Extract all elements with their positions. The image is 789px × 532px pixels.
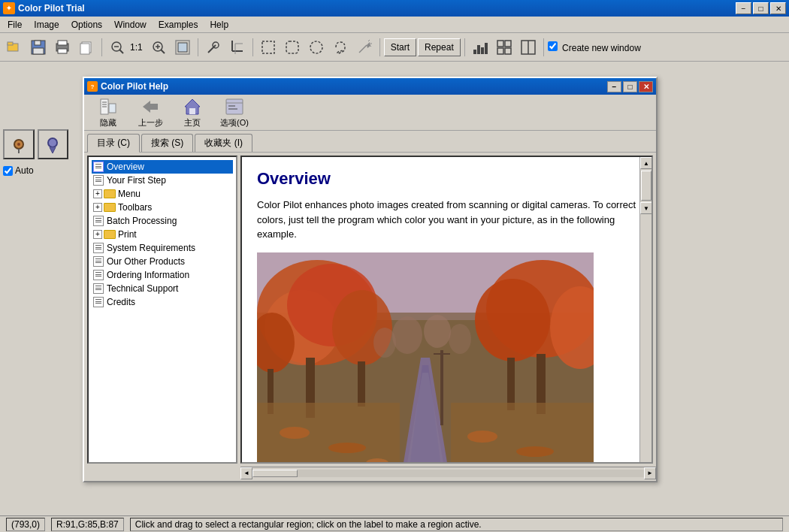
start-button[interactable]: Start <box>384 38 416 56</box>
toc-item-print[interactable]: + Print <box>92 228 233 241</box>
toc-label-menu: Menu <box>118 189 141 199</box>
menu-options[interactable]: Options <box>65 18 108 32</box>
select-lasso-button[interactable] <box>329 37 352 58</box>
svg-point-84 <box>467 431 497 443</box>
create-new-window-checkbox-label[interactable]: Create new window <box>548 41 641 53</box>
toc-label-print: Print <box>118 229 137 240</box>
back-tool-button[interactable]: 上一步 <box>132 96 168 128</box>
open-button[interactable] <box>3 37 26 58</box>
toc-item-first-step[interactable]: Your First Step <box>92 174 233 187</box>
toc-item-overview[interactable]: Overview <box>92 160 233 174</box>
toc-item-batch[interactable]: Batch Processing <box>92 214 233 228</box>
svg-line-12 <box>119 50 123 53</box>
create-new-window-checkbox[interactable] <box>548 41 558 51</box>
menu-examples[interactable]: Examples <box>153 18 204 32</box>
hscroll-left-button[interactable]: ◄ <box>240 467 252 479</box>
menu-bar: File Image Options Window Examples Help <box>0 17 789 33</box>
content-panel[interactable]: Overview Color Pilot enhances photo imag… <box>240 156 653 464</box>
svg-point-88 <box>424 315 451 348</box>
app-title: Color Pilot Trial <box>18 3 85 14</box>
grid-button[interactable] <box>493 37 515 58</box>
dialog-icon: ? <box>87 81 98 92</box>
close-button[interactable]: ✕ <box>770 2 786 14</box>
copy-button[interactable] <box>75 37 98 58</box>
crop-button[interactable] <box>226 37 249 58</box>
toc-item-other[interactable]: Our Other Products <box>92 255 233 268</box>
toc-panel[interactable]: Overview Your First Step + Menu + <box>87 156 237 464</box>
home-tool-button[interactable]: 主页 <box>174 96 210 128</box>
scroll-thumb[interactable] <box>641 171 651 201</box>
svg-point-45 <box>17 143 20 146</box>
hscroll-track[interactable] <box>252 470 644 477</box>
separator-1 <box>101 38 102 56</box>
repeat-button[interactable]: Repeat <box>418 38 461 56</box>
paint-tool-button[interactable] <box>3 129 35 159</box>
toc-expand-toolbars[interactable]: + <box>93 203 102 212</box>
svg-rect-3 <box>35 41 41 45</box>
svg-line-32 <box>370 45 371 47</box>
print-button[interactable] <box>51 37 74 58</box>
dialog-body: Overview Your First Step + Menu + <box>84 153 656 467</box>
scroll-track[interactable] <box>640 171 651 201</box>
dialog-minimize-button[interactable]: − <box>607 81 621 92</box>
svg-point-27 <box>310 41 322 53</box>
fit-button[interactable] <box>171 37 194 58</box>
zoom-out-button[interactable] <box>106 37 128 58</box>
auto-checkbox[interactable] <box>3 166 13 176</box>
scroll-down-button[interactable]: ▼ <box>640 202 652 214</box>
toc-item-toolbars[interactable]: + Toolbars <box>92 201 233 214</box>
select-rounded-button[interactable] <box>281 37 304 58</box>
toc-page-icon-overview <box>93 162 104 172</box>
toc-page-icon-sysreq <box>93 243 104 253</box>
save-button[interactable] <box>27 37 50 58</box>
tab-toc[interactable]: 目录 (C) <box>87 134 140 153</box>
svg-rect-51 <box>109 104 116 113</box>
select-rect-button[interactable] <box>257 37 280 58</box>
toc-item-support[interactable]: Technical Support <box>92 282 233 295</box>
svg-rect-36 <box>485 43 488 54</box>
svg-point-46 <box>48 138 57 147</box>
menu-help[interactable]: Help <box>204 18 234 32</box>
content-title: Overview <box>257 169 636 189</box>
toc-item-credits[interactable]: Credits <box>92 295 233 309</box>
toc-item-sysreq[interactable]: System Requirements <box>92 241 233 255</box>
toc-page-icon-first-step <box>93 175 104 186</box>
hscroll-right-button[interactable]: ► <box>644 467 656 479</box>
split-button[interactable] <box>517 37 540 58</box>
toc-item-ordering[interactable]: Ordering Information <box>92 268 233 282</box>
toc-item-menu[interactable]: + Menu <box>92 187 233 201</box>
svg-rect-34 <box>477 45 480 54</box>
content-scrollbar[interactable]: ▲ ▼ <box>639 157 651 462</box>
hist-button[interactable] <box>469 37 491 58</box>
auto-checkbox-area[interactable]: Auto <box>3 165 68 176</box>
tab-search[interactable]: 搜索 (S) <box>141 134 193 152</box>
menu-image[interactable]: Image <box>28 18 65 32</box>
svg-rect-9 <box>80 44 89 54</box>
menu-file[interactable]: File <box>2 18 28 32</box>
minimize-button[interactable]: − <box>736 2 751 14</box>
dialog-maximize-button[interactable]: □ <box>623 81 637 92</box>
select-ellipse-button[interactable] <box>305 37 328 58</box>
select-magic-button[interactable] <box>353 37 376 58</box>
hscroll-thumb[interactable] <box>252 470 298 477</box>
tab-favorites[interactable]: 收藏夹 (I) <box>195 134 252 152</box>
zoom-in-button[interactable] <box>147 37 170 58</box>
dialog-hscroll[interactable]: ◄ ► <box>240 467 656 479</box>
options-tool-button[interactable]: 选项(O) <box>216 96 252 128</box>
toc-folder-icon-print <box>104 230 116 239</box>
hide-tool-button[interactable]: 隐藏 <box>90 96 126 128</box>
svg-point-77 <box>475 279 550 361</box>
home-icon <box>182 96 203 117</box>
maximize-button[interactable]: □ <box>753 2 769 14</box>
dialog-close-button[interactable]: ✕ <box>639 81 653 92</box>
tool2-button[interactable] <box>38 129 69 159</box>
menu-window[interactable]: Window <box>108 18 153 32</box>
toc-page-icon-credits <box>93 297 104 307</box>
toc-expand-print[interactable]: + <box>93 230 102 239</box>
toc-expand-menu[interactable]: + <box>93 189 102 198</box>
svg-marker-52 <box>143 101 150 113</box>
eyedropper-button[interactable] <box>202 37 225 58</box>
scroll-up-button[interactable]: ▲ <box>640 157 652 169</box>
back-icon <box>140 96 161 117</box>
svg-rect-73 <box>358 361 365 407</box>
